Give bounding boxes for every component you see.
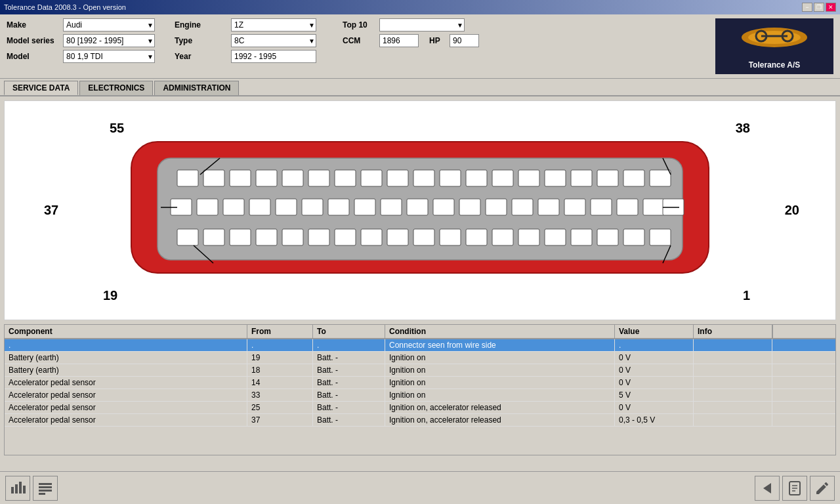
- tab-administration[interactable]: ADMINISTRATION: [154, 81, 239, 95]
- top10-select[interactable]: [379, 18, 465, 32]
- top10-row: Top 10 ▼: [343, 18, 479, 32]
- footer-btn-1[interactable]: [5, 476, 30, 501]
- svg-rect-72: [15, 484, 18, 494]
- maximize-button[interactable]: ❐: [814, 3, 824, 12]
- footer-btn-2[interactable]: [33, 476, 58, 501]
- table-header: Component From To Condition Value Info: [5, 325, 835, 339]
- cell-component: Accelerator pedal sensor: [5, 389, 247, 401]
- footer-doc-button[interactable]: [782, 476, 807, 501]
- svg-rect-39: [512, 199, 533, 215]
- svg-rect-55: [413, 229, 434, 245]
- cell-value: 5 V: [615, 389, 694, 401]
- type-select-wrapper: 8C ▼: [231, 34, 316, 47]
- model-label: Model: [7, 52, 59, 61]
- ccm-row: CCM 1896 HP 90: [343, 34, 479, 47]
- col-header-from: From: [247, 325, 313, 338]
- cell-to: Batt. -: [313, 414, 385, 426]
- footer-edit-button[interactable]: [810, 476, 835, 501]
- model-select-wrapper: 80 1,9 TDI ▼: [63, 50, 155, 63]
- svg-rect-25: [650, 170, 671, 186]
- cell-component: Battery (earth): [5, 352, 247, 364]
- model-select[interactable]: 80 1,9 TDI: [63, 50, 155, 63]
- table-row[interactable]: Accelerator pedal sensor 14 Batt. - Igni…: [5, 377, 835, 389]
- col-header-value: Value: [615, 325, 694, 338]
- cell-component: Accelerator pedal sensor: [5, 402, 247, 413]
- cell-value: 0 V: [615, 402, 694, 413]
- table-row[interactable]: Accelerator pedal sensor 33 Batt. - Igni…: [5, 389, 835, 402]
- svg-rect-19: [492, 170, 513, 186]
- svg-rect-20: [518, 170, 539, 186]
- svg-rect-71: [11, 487, 14, 494]
- footer-back-button[interactable]: [755, 476, 780, 501]
- svg-rect-13: [335, 170, 356, 186]
- cell-condition: Connector seen from wire side: [385, 339, 615, 351]
- type-select[interactable]: 8C: [231, 34, 316, 47]
- table-row[interactable]: Battery (earth) 18 Batt. - Ignition on 0…: [5, 364, 835, 377]
- engine-select[interactable]: 1Z: [231, 18, 316, 32]
- cell-component: Battery (earth): [5, 364, 247, 376]
- top10-select-wrapper: ▼: [379, 18, 465, 32]
- svg-rect-75: [39, 483, 52, 485]
- svg-rect-41: [564, 199, 585, 215]
- table-row[interactable]: Battery (earth) 19 Batt. - Ignition on 0…: [5, 352, 835, 364]
- svg-rect-18: [466, 170, 487, 186]
- col-header-info: Info: [694, 325, 772, 338]
- logo-area: Tolerance A/S: [715, 18, 833, 74]
- svg-rect-60: [545, 229, 566, 245]
- table-row[interactable]: Accelerator pedal sensor 25 Batt. - Igni…: [5, 402, 835, 414]
- label-37: 37: [44, 203, 58, 218]
- model-series-select[interactable]: 80 [1992 - 1995]: [63, 34, 155, 47]
- cell-to: .: [313, 339, 385, 351]
- svg-rect-12: [308, 170, 329, 186]
- svg-rect-22: [571, 170, 592, 186]
- list-icon: [37, 480, 53, 496]
- table-row[interactable]: Accelerator pedal sensor 37 Batt. - Igni…: [5, 414, 835, 427]
- svg-rect-57: [466, 229, 487, 245]
- cell-value: 0 V: [615, 352, 694, 364]
- model-series-select-wrapper: 80 [1992 - 1995] ▼: [63, 34, 155, 47]
- svg-rect-30: [276, 199, 297, 215]
- make-row: Make Audi ▼: [7, 18, 155, 32]
- table-row[interactable]: . . . Connector seen from wire side .: [5, 339, 835, 352]
- svg-rect-34: [381, 199, 402, 215]
- cell-info: [694, 389, 772, 401]
- cell-to: Batt. -: [313, 377, 385, 388]
- svg-rect-38: [486, 199, 507, 215]
- minimize-button[interactable]: −: [802, 3, 812, 12]
- svg-rect-77: [39, 490, 52, 492]
- svg-rect-36: [433, 199, 454, 215]
- hp-value: 90: [450, 34, 479, 47]
- cell-condition: Ignition on: [385, 389, 615, 401]
- year-value: 1992 - 1995: [231, 50, 316, 63]
- svg-rect-27: [197, 199, 218, 215]
- diagram-area: 55 38 37 20 19 1: [4, 100, 836, 320]
- svg-rect-37: [459, 199, 480, 215]
- make-select[interactable]: Audi: [63, 18, 155, 32]
- hp-label: HP: [429, 36, 446, 45]
- model-row: Model 80 1,9 TDI ▼: [7, 50, 155, 63]
- cell-info: [694, 402, 772, 413]
- svg-rect-24: [623, 170, 644, 186]
- svg-rect-33: [354, 199, 375, 215]
- top10-label: Top 10: [343, 20, 375, 30]
- engine-fields: Engine 1Z ▼ Type 8C ▼ Year 1992 - 1995: [175, 18, 316, 63]
- model-series-row: Model series 80 [1992 - 1995] ▼: [7, 34, 155, 47]
- tab-electronics[interactable]: ELECTRONICS: [79, 81, 153, 95]
- chart-icon: [10, 480, 26, 496]
- svg-rect-58: [492, 229, 513, 245]
- engine-row: Engine 1Z ▼: [175, 18, 316, 32]
- header-area: Make Audi ▼ Model series 80 [1992 - 1995…: [0, 14, 840, 79]
- make-label: Make: [7, 20, 59, 30]
- tab-service-data[interactable]: SERVICE DATA: [4, 81, 78, 95]
- cell-from: 25: [247, 402, 313, 413]
- nav-bar: SERVICE DATA ELECTRONICS ADMINISTRATION: [0, 79, 840, 96]
- back-icon: [759, 480, 775, 496]
- svg-rect-46: [177, 229, 198, 245]
- cell-from: 14: [247, 377, 313, 388]
- col-header-condition: Condition: [385, 325, 615, 338]
- type-label: Type: [175, 36, 227, 45]
- close-button[interactable]: ✕: [826, 3, 836, 12]
- svg-rect-54: [387, 229, 408, 245]
- logo: Tolerance A/S: [715, 18, 833, 74]
- svg-rect-7: [177, 170, 198, 186]
